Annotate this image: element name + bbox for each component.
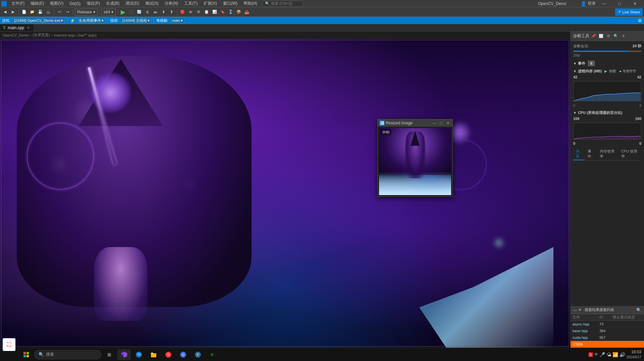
memory-collapse[interactable]: ▼: [573, 69, 577, 73]
live-share-button[interactable]: ↗ Live Share: [615, 8, 643, 16]
step-out-button[interactable]: ⬆: [168, 8, 175, 16]
resized-titlebar[interactable]: 🖼 Resized Image — □ ✕: [378, 119, 452, 127]
login-area[interactable]: 👤 登录: [581, 1, 596, 6]
sr-row-1[interactable]: async.hpp 73: [571, 321, 644, 327]
menu-tools[interactable]: 工具(T): [181, 0, 200, 7]
diag-tab-events[interactable]: 事件: [585, 148, 597, 160]
tab-main-cpp[interactable]: C main.cpp ✕: [0, 24, 34, 31]
open-button[interactable]: 📁: [29, 8, 36, 16]
step-over-button[interactable]: ⏭: [152, 8, 159, 16]
modules-button[interactable]: 📦: [235, 8, 243, 16]
pause-button[interactable]: ⏸: [144, 8, 151, 16]
diag-close-button[interactable]: ✕: [620, 33, 626, 39]
minimize-icon-left[interactable]: —: [573, 308, 577, 312]
redo-button[interactable]: ↪: [64, 8, 71, 16]
lifecycle-icon[interactable]: ⚡: [70, 18, 75, 23]
start-button[interactable]: [19, 349, 33, 360]
weather-icon[interactable]: 🌤: [606, 352, 611, 357]
search-results-title: 搜索结果搜索列表: [585, 307, 635, 312]
close-icon-search[interactable]: ✕: [578, 308, 581, 312]
process-value: [21868] OpenCV_Demo.exe: [14, 18, 60, 22]
restart-button[interactable]: 🔄: [136, 8, 143, 16]
events-pause-button[interactable]: ⏸: [588, 61, 595, 66]
step-into-button[interactable]: ⬇: [160, 8, 167, 16]
stop-button[interactable]: ⬛: [127, 8, 135, 16]
taskbar-explorer-icon[interactable]: [147, 349, 160, 360]
sr-row-2[interactable]: base.hpp 384: [571, 327, 644, 334]
taskview-button[interactable]: ⊞: [103, 349, 116, 360]
taskbar: 今日 热点 🔍 搜索 ⊞: [0, 348, 644, 361]
tab-close-button[interactable]: ✕: [26, 25, 31, 30]
diag-tab-cpu[interactable]: CPU 使用率: [619, 148, 641, 160]
taskbar-browser-icon[interactable]: [162, 349, 175, 360]
menu-file[interactable]: 文件(F): [9, 0, 27, 7]
minimize-button[interactable]: —: [596, 0, 612, 7]
diag-dock-button[interactable]: ⬜: [598, 33, 604, 39]
callstack-button[interactable]: 📊: [211, 8, 218, 16]
mic-icon[interactable]: 🎤: [599, 352, 605, 357]
volume-icon[interactable]: 🔊: [620, 352, 625, 357]
menu-edit[interactable]: 编辑(E): [28, 0, 47, 7]
autos-button[interactable]: ⚙: [195, 8, 202, 16]
taskbar-edge-icon[interactable]: [132, 349, 146, 360]
taskbar-python-icon[interactable]: P: [191, 349, 205, 360]
code-editor[interactable]: OpenCV_Demo › (全屏宽度) › main(int argc, ch…: [0, 32, 570, 348]
run-button[interactable]: ▶: [119, 8, 127, 16]
save-all-button[interactable]: 🗂: [45, 8, 52, 16]
new-file-button[interactable]: 📄: [20, 8, 28, 16]
menu-help[interactable]: 帮助(H): [241, 0, 260, 7]
search-results-search-btn[interactable]: 🔍: [636, 308, 641, 312]
menu-git[interactable]: Git(G): [67, 1, 83, 7]
toolbar: ◀ ▶ 📄 📁 💾 🗂 ↩ ↪ Release ▾ x64 ▾ ▶ ⬛ 🔄 ⏸ …: [0, 7, 644, 17]
undo-button[interactable]: ↩: [56, 8, 63, 16]
threads-button[interactable]: 🧵: [227, 8, 234, 16]
resized-close-button[interactable]: ✕: [445, 120, 450, 126]
arch-dropdown[interactable]: x64 ▾: [101, 8, 116, 16]
maximize-button[interactable]: □: [612, 0, 627, 7]
chinese-input-icon[interactable]: 中: [594, 352, 598, 357]
menu-build[interactable]: 生成(B): [103, 0, 122, 7]
events-collapse-arrow[interactable]: ▼: [573, 62, 577, 65]
diag-settings-button[interactable]: ⚙: [605, 33, 611, 39]
taskbar-git-icon[interactable]: G: [176, 349, 190, 360]
diag-tab-memory[interactable]: 内存使用率: [597, 148, 619, 160]
close-button[interactable]: ✕: [627, 0, 643, 7]
input-method-icon[interactable]: S: [588, 352, 593, 357]
timeline-slider[interactable]: [573, 51, 641, 52]
sr-row-3[interactable]: cuda.hpp 957: [571, 334, 644, 341]
lifecycle-dropdown[interactable]: 生命周期事件 ▾: [77, 17, 105, 23]
menu-window[interactable]: 窗口(W): [220, 0, 240, 7]
menu-debug[interactable]: 调试(D): [123, 0, 142, 7]
taskbar-vs-icon[interactable]: [117, 349, 131, 360]
debug-settings-icon[interactable]: ⚙: [638, 18, 642, 23]
stack-dropdown[interactable]: main ▾: [170, 17, 184, 23]
menu-view[interactable]: 视图(V): [47, 0, 66, 7]
watch-button[interactable]: 👁: [187, 8, 194, 16]
system-clock[interactable]: 16:03 2024/6/17: [627, 350, 642, 359]
diag-pin-button[interactable]: 📌: [591, 33, 597, 39]
menu-project[interactable]: 项目(P): [84, 0, 103, 7]
bookmark-button[interactable]: 🔖: [219, 8, 226, 16]
menu-extension[interactable]: 扩展(X): [201, 0, 220, 7]
today-widget[interactable]: 今日 热点: [3, 338, 15, 351]
output-button[interactable]: 📤: [243, 8, 251, 16]
taskbar-search[interactable]: 🔍 搜索: [34, 350, 101, 359]
config-dropdown[interactable]: Release ▾: [75, 8, 98, 16]
resized-maximize-button[interactable]: □: [438, 120, 444, 126]
breakpoints-button[interactable]: 🔴: [179, 8, 186, 16]
save-button[interactable]: 💾: [37, 8, 44, 16]
resized-minimize-button[interactable]: —: [432, 120, 437, 126]
forward-button[interactable]: ▶: [9, 8, 17, 16]
network-icon[interactable]: 📶: [612, 352, 618, 357]
process-dropdown[interactable]: [21868] OpenCV_Demo.exe ▾: [12, 17, 65, 23]
thread-dropdown[interactable]: [14344] 主线程 ▾: [121, 17, 151, 23]
cpu-collapse[interactable]: ▼: [573, 111, 577, 115]
back-button[interactable]: ◀: [1, 8, 9, 16]
taskbar-cmd-icon[interactable]: ▶: [206, 349, 219, 360]
diag-search-button[interactable]: 🔍: [613, 33, 619, 39]
menu-analyze[interactable]: 分析(N): [162, 0, 181, 7]
menu-test[interactable]: 测试(S): [143, 0, 161, 7]
locals-button[interactable]: 📋: [203, 8, 210, 16]
diag-tab-summary[interactable]: 摘要: [573, 148, 585, 160]
global-search-input[interactable]: 搜索 (Ctrl+Q): [271, 1, 292, 6]
